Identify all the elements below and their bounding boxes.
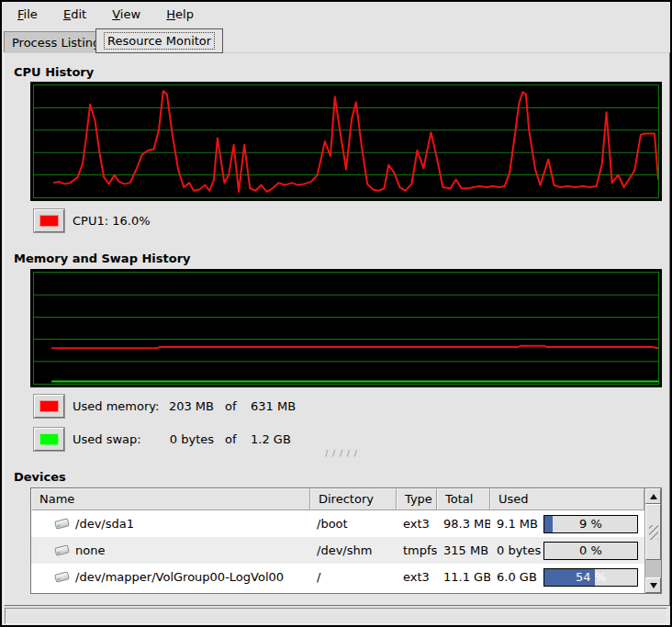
cpu-history-chart [30, 82, 662, 201]
menu-file[interactable]: File [9, 2, 46, 27]
device-directory: /dev/shm [310, 543, 397, 557]
swap-color-swatch-green [39, 433, 59, 445]
used-memory-of: of [225, 399, 243, 413]
device-directory: / [310, 570, 397, 584]
arrow-up-icon [650, 494, 657, 499]
device-used: 9.1 MB [490, 517, 542, 531]
used-swap-label: Used swap: [73, 432, 161, 446]
device-type: ext3 [397, 570, 437, 584]
usage-progress-bar: 0 % [543, 542, 638, 560]
tab-resource-monitor-label: Resource Monitor [104, 32, 215, 50]
used-memory-value: 203 MB [161, 399, 214, 413]
menu-edit[interactable]: Edit [55, 2, 95, 27]
arrow-down-icon [650, 583, 657, 588]
cpu-color-swatch-red [39, 215, 59, 227]
used-swap-value: 0 bytes [161, 432, 214, 446]
usage-percent-label: 9 % [544, 516, 637, 532]
cpu-usage-line [53, 91, 658, 192]
cpu-legend: CPU1: 16.0% [73, 209, 151, 232]
devices-table-header: Name Directory Type Total Used [31, 488, 644, 510]
column-header-used[interactable]: Used [490, 488, 644, 510]
used-swap-total: 1.2 GB [251, 432, 291, 446]
memory-history-chart [30, 269, 662, 387]
scrollbar-trough[interactable] [645, 560, 661, 577]
harddisk-icon [54, 518, 70, 529]
memory-color-button[interactable] [34, 395, 64, 418]
devices-table-main: Name Directory Type Total Used /dev/sda1… [31, 488, 644, 593]
device-total: 11.1 GB [437, 570, 490, 584]
devices-title: Devices [14, 470, 66, 484]
status-bar [5, 608, 667, 624]
device-name: /dev/sda1 [75, 517, 134, 531]
table-row-dev-sda1[interactable]: /dev/sda1 /boot ext3 98.3 MB 9.1 MB 9 % [31, 510, 644, 537]
resource-monitor-page: CPU History CPU1: 16.0% Memory [4, 52, 670, 606]
used-memory-total: 631 MB [251, 399, 296, 413]
column-header-directory[interactable]: Directory [310, 488, 397, 510]
memory-color-swatch-red [39, 400, 59, 412]
harddisk-icon [54, 544, 70, 555]
devices-scrollbar [644, 488, 661, 593]
scrollbar-thumb[interactable] [645, 504, 661, 560]
scrollbar-grip-icon [649, 525, 658, 540]
cpu-history-title: CPU History [14, 65, 94, 79]
cpu-color-button[interactable] [34, 209, 64, 232]
device-directory: /boot [310, 517, 397, 531]
scroll-down-button[interactable] [645, 577, 661, 593]
cpu-legend-label: CPU1: 16.0% [73, 214, 151, 228]
device-used: 6.0 GB [490, 570, 542, 584]
table-row-volgroup[interactable]: /dev/mapper/VolGroup00-LogVol00 / ext3 1… [31, 564, 644, 590]
memory-history-title: Memory and Swap History [14, 252, 191, 265]
usage-progress-bar: 9 % [543, 515, 638, 533]
devices-table: Name Directory Type Total Used /dev/sda1… [30, 487, 662, 594]
device-used: 0 bytes [490, 543, 542, 557]
menu-help[interactable]: Help [158, 2, 202, 27]
used-memory-legend: Used memory: 203 MB of 631 MB [73, 395, 296, 418]
usage-percent-label: 0 % [544, 543, 637, 559]
memory-gridlines [34, 295, 658, 362]
used-swap-of: of [225, 432, 243, 446]
column-header-name[interactable]: Name [31, 488, 310, 510]
memory-history-plot [33, 272, 659, 385]
tab-process-listing[interactable]: Process Listing [4, 31, 108, 53]
device-name: /dev/mapper/VolGroup00-LogVol00 [75, 570, 284, 584]
pane-resize-grip[interactable]: / / / / / [320, 448, 363, 459]
device-name: none [75, 543, 105, 557]
device-type: ext3 [397, 517, 437, 531]
used-swap-legend: Used swap: 0 bytes of 1.2 GB [73, 428, 291, 451]
scroll-up-button[interactable] [645, 488, 661, 504]
menu-bar: File Edit View Help [2, 2, 670, 28]
cpu-history-plot [33, 84, 659, 198]
used-memory-line [51, 346, 658, 348]
device-total: 315 MB [437, 543, 490, 557]
device-type: tmpfs [397, 543, 437, 557]
device-total: 98.3 MB [437, 517, 490, 531]
usage-percent-label: 54 % [544, 569, 637, 586]
used-memory-label: Used memory: [73, 399, 161, 413]
menu-view[interactable]: View [104, 2, 149, 27]
column-header-type[interactable]: Type [397, 488, 437, 510]
system-monitor-window: File Edit View Help Process Listing Reso… [0, 0, 672, 627]
table-row-none[interactable]: none /dev/shm tmpfs 315 MB 0 bytes 0 % [31, 537, 644, 564]
column-header-total[interactable]: Total [437, 488, 490, 510]
swap-color-button[interactable] [34, 428, 64, 451]
tab-resource-monitor[interactable]: Resource Monitor [95, 28, 223, 53]
usage-progress-bar: 54 % [543, 568, 638, 587]
harddisk-icon [54, 571, 70, 582]
